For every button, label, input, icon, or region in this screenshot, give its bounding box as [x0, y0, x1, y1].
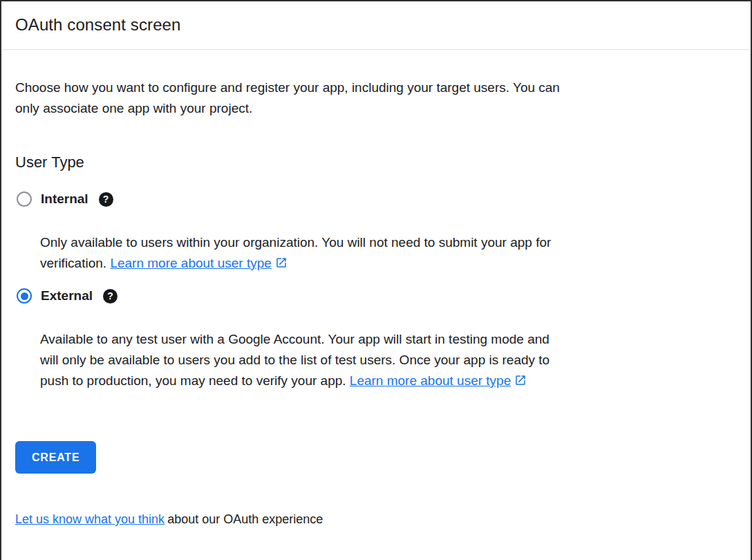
radio-option-internal[interactable]: Internal ?	[15, 189, 734, 209]
radio-button-internal[interactable]	[17, 192, 32, 207]
main-content: Choose how you want to configure and reg…	[1, 50, 751, 527]
radio-button-external[interactable]	[17, 288, 32, 304]
help-icon[interactable]: ?	[103, 289, 118, 304]
radio-option-external[interactable]: External ?	[15, 286, 734, 306]
radio-label-internal: Internal	[41, 192, 88, 207]
internal-description: Only available to users within your orga…	[40, 232, 563, 274]
oauth-consent-page: OAuth consent screen Choose how you want…	[0, 0, 752, 560]
user-type-heading: User Type	[15, 153, 734, 171]
footer-feedback: Let us know what you thinkabout our OAut…	[15, 512, 734, 527]
create-button[interactable]: CREATE	[15, 441, 96, 474]
intro-text: Choose how you want to configure and reg…	[15, 77, 561, 119]
page-title: OAuth consent screen	[15, 15, 734, 35]
external-description: Available to any test user with a Google…	[40, 329, 563, 391]
radio-label-external: External	[41, 288, 93, 304]
open-in-new-icon	[514, 374, 527, 386]
footer-text: about our OAuth experience	[167, 512, 323, 526]
learn-more-link-internal-label: Learn more about user type	[110, 256, 271, 270]
page-header: OAuth consent screen	[1, 1, 751, 50]
help-icon[interactable]: ?	[99, 192, 113, 207]
learn-more-link-external[interactable]: Learn more about user type	[350, 373, 527, 388]
open-in-new-icon	[275, 256, 288, 269]
feedback-link[interactable]: Let us know what you think	[15, 512, 167, 526]
learn-more-link-internal[interactable]: Learn more about user type	[110, 256, 287, 270]
learn-more-link-external-label: Learn more about user type	[350, 373, 511, 388]
